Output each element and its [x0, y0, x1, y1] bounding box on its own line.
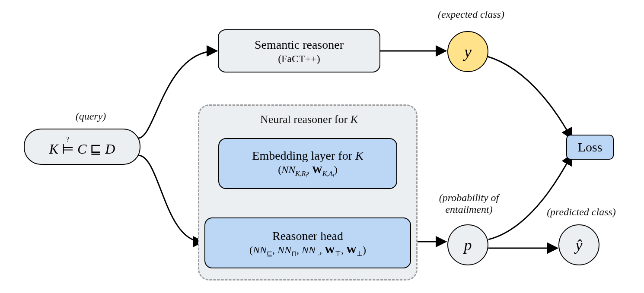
- semantic-reasoner-sub: (FaCT++): [278, 52, 320, 65]
- p-label: p: [464, 236, 472, 254]
- p-node: p: [447, 224, 488, 265]
- embedding-layer-node: Embedding layer for K (NNK,Ri, WK,Ai): [218, 138, 397, 189]
- semantic-reasoner-node: Semantic reasoner (FaCT++): [218, 29, 380, 72]
- reasoner-head-node: Reasoner head (NN⊑, NN⊓, NN¬, W⊤, W⊥): [204, 217, 411, 268]
- caption-expected-class: (expected class): [428, 9, 514, 20]
- semantic-reasoner-title: Semantic reasoner: [255, 37, 344, 52]
- caption-predicted-class: (predicted class): [534, 206, 629, 218]
- loss-node: Loss: [566, 135, 614, 160]
- neural-reasoner-title: Neural reasoner for K: [233, 113, 385, 126]
- caption-query: (query): [65, 110, 117, 122]
- embedding-layer-title: Embedding layer for K: [252, 148, 363, 163]
- yhat-label: ŷ: [576, 236, 583, 254]
- reasoner-head-title: Reasoner head: [272, 228, 343, 243]
- y-label: y: [464, 42, 472, 61]
- query-expression: K ?⊨ C ⊑ D: [49, 136, 115, 158]
- y-node: y: [447, 31, 488, 72]
- embedding-layer-sub: (NNK,Ri, WK,Ai): [278, 163, 337, 179]
- caption-probability: (probability of entailment): [428, 192, 510, 215]
- query-node: K ?⊨ C ⊑ D: [24, 129, 140, 165]
- reasoner-head-sub: (NN⊑, NN⊓, NN¬, W⊤, W⊥): [249, 243, 366, 258]
- yhat-node: ŷ: [558, 224, 599, 265]
- loss-label: Loss: [578, 140, 603, 154]
